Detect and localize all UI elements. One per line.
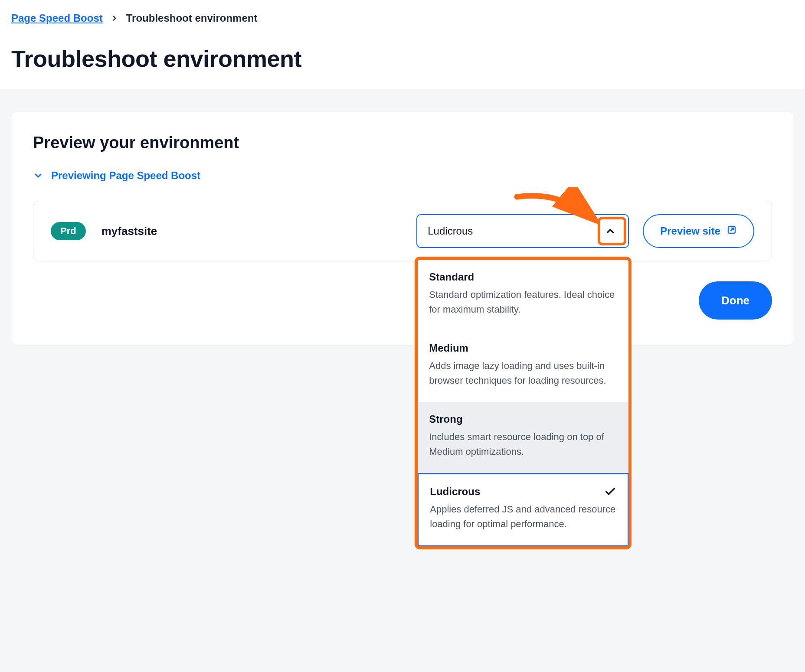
done-button[interactable]: Done <box>699 281 772 320</box>
chevron-right-icon <box>111 14 118 22</box>
option-title: Ludicrous <box>430 486 480 498</box>
option-title: Strong <box>429 413 462 425</box>
preview-card: Preview your environment Previewing Page… <box>11 112 794 345</box>
page-title: Troubleshoot environment <box>11 45 794 72</box>
previewing-toggle[interactable]: Previewing Page Speed Boost <box>33 170 772 182</box>
chevron-up-icon <box>604 225 617 238</box>
preview-site-label: Preview site <box>660 225 720 237</box>
check-icon <box>604 486 616 498</box>
preview-site-button[interactable]: Preview site <box>643 214 754 248</box>
breadcrumb-root-link[interactable]: Page Speed Boost <box>11 12 103 24</box>
option-desc: Standard optimization features. Ideal ch… <box>429 287 617 317</box>
option-strong[interactable]: Strong Includes smart resource loading o… <box>418 402 628 473</box>
option-standard[interactable]: Standard Standard optimization features.… <box>418 260 628 331</box>
breadcrumb: Page Speed Boost Troubleshoot environmen… <box>11 12 794 24</box>
option-desc: Applies deferred JS and advanced resourc… <box>430 502 616 532</box>
env-badge: Prd <box>51 222 86 240</box>
card-title: Preview your environment <box>33 134 772 152</box>
environment-panel: Prd myfastsite Ludicrous <box>33 201 772 261</box>
option-ludicrous[interactable]: Ludicrous Applies deferred JS and advanc… <box>417 473 629 547</box>
option-title: Standard <box>429 271 474 283</box>
breadcrumb-current: Troubleshoot environment <box>126 12 258 24</box>
chevron-down-icon <box>33 170 43 181</box>
external-link-icon <box>726 225 737 238</box>
site-name: myfastsite <box>101 225 157 238</box>
select-value: Ludicrous <box>428 225 473 237</box>
option-title: Medium <box>429 342 468 354</box>
option-desc: Includes smart resource loading on top o… <box>429 430 617 459</box>
previewing-label: Previewing Page Speed Boost <box>51 170 200 182</box>
optimization-dropdown: Standard Standard optimization features.… <box>415 257 632 549</box>
optimization-select[interactable]: Ludicrous Standard <box>416 214 629 248</box>
select-trigger[interactable]: Ludicrous <box>416 214 629 248</box>
option-desc: Adds image lazy loading and uses built-i… <box>429 359 617 388</box>
option-medium[interactable]: Medium Adds image lazy loading and uses … <box>418 331 628 402</box>
